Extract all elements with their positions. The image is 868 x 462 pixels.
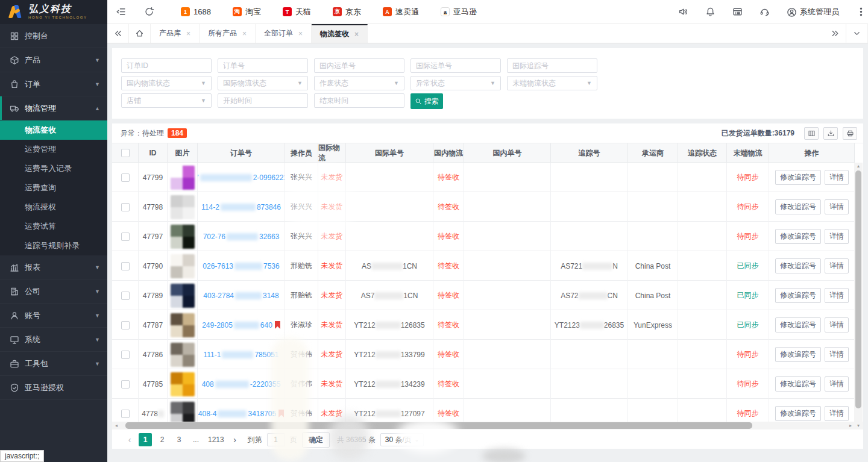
filter-input-4[interactable] [507,58,597,73]
detail-button[interactable]: 详情 [825,376,849,392]
horizontal-scrollbar[interactable]: ◂ ▸ [112,422,863,429]
tab-产品库[interactable]: 产品库× [151,24,200,43]
tabs-scroll-left-icon[interactable] [107,24,129,43]
sidebar-item-top-3[interactable]: 物流管理▲ [0,96,107,120]
submenu-item-3[interactable]: 运费查询 [0,178,107,198]
row-checkbox[interactable] [121,380,130,389]
edit-tracking-button[interactable]: 修改追踪号 [775,170,821,185]
select-all-checkbox[interactable] [121,149,130,157]
filter-date-input-1[interactable] [314,93,404,108]
order-number-link[interactable]: 111-1785051 [204,351,279,359]
filter-select-shop[interactable]: 店铺▼ [121,93,212,108]
vertical-scrollbar[interactable]: ▴ ▾ [854,163,863,429]
notification-bell-icon[interactable] [705,7,715,17]
sidebar-item-top-0[interactable]: 控制台 [0,24,107,48]
product-thumbnail[interactable] [171,195,195,219]
row-checkbox[interactable] [121,173,130,182]
tab-close-icon[interactable]: × [186,30,190,38]
search-button[interactable]: 搜索 [410,93,443,109]
order-number-link[interactable]: 408-2220355 [202,380,281,389]
scroll-up-arrow-icon[interactable]: ▴ [854,163,863,170]
sidebar-item-top-1[interactable]: 产品▼ [0,48,107,72]
confirm-page-button[interactable]: 确定 [302,432,330,448]
vertical-scroll-thumb[interactable] [855,170,861,408]
page-button-1213[interactable]: 1213 [206,433,226,446]
product-thumbnail[interactable] [171,166,195,190]
edit-tracking-button[interactable]: 修改追踪号 [775,317,821,332]
filter-select-0[interactable]: 国内物流状态▼ [121,76,212,90]
submenu-item-4[interactable]: 物流授权 [0,198,107,217]
submenu-item-0[interactable]: 物流签收 [0,120,107,140]
sidebar-item-bottom-1[interactable]: 公司▼ [0,279,107,304]
submenu-item-2[interactable]: 运费导入记录 [0,159,107,178]
edit-tracking-button[interactable]: 修改追踪号 [775,288,821,303]
page-button-3[interactable]: 3 [172,433,186,446]
product-thumbnail[interactable] [171,372,195,396]
filter-input-3[interactable] [410,58,501,73]
column-settings-button[interactable] [804,127,819,140]
filter-input-0[interactable] [121,58,212,73]
workbench-icon[interactable] [732,7,743,17]
order-number-link[interactable]: 702-7632663 [203,233,280,241]
tab-物流签收[interactable]: 物流签收× [312,24,368,43]
scroll-left-arrow-icon[interactable]: ◂ [112,422,121,429]
service-icon[interactable] [760,7,770,17]
detail-button[interactable]: 详情 [825,229,849,244]
filter-input-2[interactable] [314,58,404,73]
app-logo[interactable]: 弘义科技 HONG YI TECHNOLOGY [0,0,107,24]
product-thumbnail[interactable] [171,343,195,367]
platform-link-3[interactable]: 京京东 [333,7,361,17]
tab-close-icon[interactable]: × [354,30,359,39]
goto-page-input[interactable] [267,433,285,446]
tab-所有产品[interactable]: 所有产品× [200,24,256,43]
row-checkbox[interactable] [121,262,130,270]
horizontal-scroll-thumb[interactable] [125,422,752,429]
page-button-1[interactable]: 1 [139,433,152,446]
order-number-link[interactable]: 403-27843148 [203,292,278,300]
product-thumbnail[interactable] [171,225,195,249]
product-thumbnail[interactable] [171,254,195,278]
edit-tracking-button[interactable]: 修改追踪号 [775,376,821,392]
sidebar-item-top-2[interactable]: 订单▼ [0,72,107,96]
product-thumbnail[interactable] [171,313,195,337]
submenu-item-5[interactable]: 运费试算 [0,217,107,236]
row-checkbox[interactable] [121,410,130,418]
pending-count-badge[interactable]: 184 [168,128,187,138]
row-checkbox[interactable] [121,292,130,300]
platform-link-2[interactable]: T天猫 [283,7,311,17]
edit-tracking-button[interactable]: 修改追踪号 [775,229,821,244]
menu-collapse-icon[interactable] [116,7,126,17]
order-number-link[interactable]: 408-43418705 [198,410,284,418]
filter-select-2[interactable]: 作废状态▼ [314,76,404,90]
platform-link-4[interactable]: A速卖通 [383,7,419,17]
filter-select-3[interactable]: 异常状态▼ [410,76,501,90]
row-checkbox[interactable] [121,233,130,241]
edit-tracking-button[interactable]: 修改追踪号 [775,199,821,214]
filter-input-1[interactable] [218,58,308,73]
sidebar-item-bottom-4[interactable]: 工具包▼ [0,352,107,376]
detail-button[interactable]: 详情 [825,258,849,273]
tab-全部订单[interactable]: 全部订单× [256,24,312,43]
detail-button[interactable]: 详情 [825,288,849,303]
filter-select-4[interactable]: 末端物流状态▼ [507,76,597,90]
user-menu[interactable]: 系统管理员 [787,7,839,17]
order-number-link[interactable]: 114-2873846 [201,203,281,211]
detail-button[interactable]: 详情 [825,170,849,185]
product-thumbnail[interactable] [171,284,195,308]
print-button[interactable] [843,127,857,140]
submenu-item-1[interactable]: 运费管理 [0,140,107,159]
edit-tracking-button[interactable]: 修改追踪号 [775,347,821,362]
platform-link-1[interactable]: 淘淘宝 [233,7,261,17]
edit-tracking-button[interactable]: 修改追踪号 [775,258,821,273]
home-tab-icon[interactable] [129,24,151,43]
submenu-item-6[interactable]: 追踪号规则补录 [0,236,107,255]
tab-close-icon[interactable]: × [242,30,247,38]
sidebar-item-bottom-2[interactable]: 账号▼ [0,304,107,328]
tabs-dropdown-icon[interactable] [846,24,868,43]
row-checkbox[interactable] [121,351,130,359]
next-page-icon[interactable]: › [231,435,239,445]
tabs-scroll-right-icon[interactable] [825,24,846,43]
order-number-link[interactable]: 249-2805640 [202,321,280,329]
detail-button[interactable]: 详情 [825,199,849,214]
scroll-right-arrow-icon[interactable]: ▸ [846,422,855,429]
